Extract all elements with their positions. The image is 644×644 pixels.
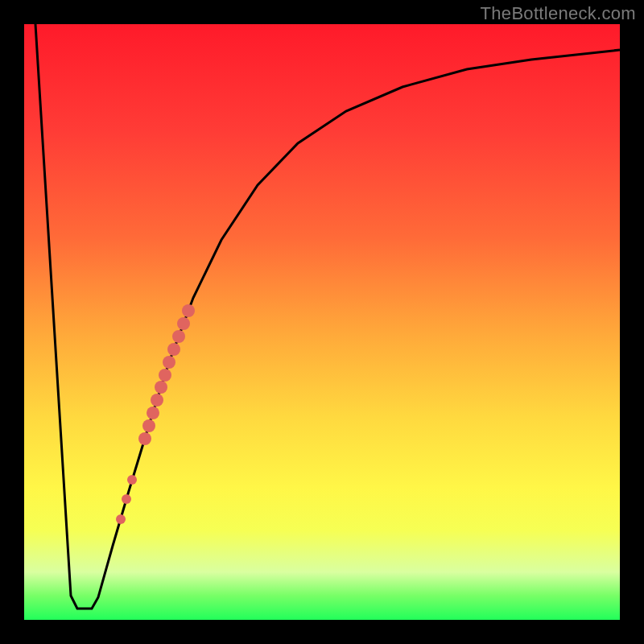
chart-frame: TheBottleneck.com [0, 0, 644, 644]
highlight-dot [155, 381, 167, 394]
curve-svg [24, 24, 620, 620]
highlight-dot [159, 369, 171, 382]
highlight-dot [163, 356, 175, 369]
highlight-dot [116, 514, 126, 524]
watermark-text: TheBottleneck.com [481, 3, 636, 24]
highlight-dot [167, 343, 180, 356]
highlight-dot [122, 494, 131, 504]
plot-area [24, 24, 620, 620]
highlight-dot [182, 304, 195, 317]
highlight-dot [177, 317, 190, 330]
highlight-dot [151, 394, 163, 407]
highlight-dot [147, 407, 159, 419]
highlight-dot [172, 330, 185, 343]
highlight-dot [138, 432, 151, 445]
highlight-dot [142, 419, 155, 432]
highlight-dot [127, 475, 137, 485]
